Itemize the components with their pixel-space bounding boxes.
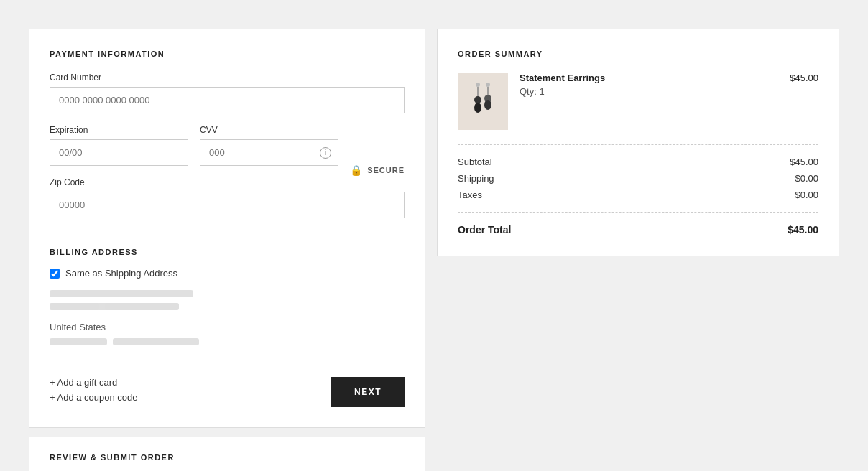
address-line-1 <box>50 290 193 297</box>
bottom-row: + Add a gift card + Add a coupon code NE… <box>50 365 405 407</box>
svg-point-7 <box>474 103 481 113</box>
product-image <box>458 73 508 130</box>
card-number-label: Card Number <box>50 73 405 83</box>
svg-point-1 <box>476 83 480 87</box>
cvv-group: CVV i <box>200 125 338 166</box>
cvv-info-icon[interactable]: i <box>320 147 331 159</box>
svg-rect-0 <box>465 76 501 126</box>
order-total-value: $45.00 <box>788 224 818 236</box>
address-line-2 <box>50 303 179 310</box>
subtotal-label: Subtotal <box>458 157 492 167</box>
svg-point-4 <box>486 83 490 87</box>
product-row: Statement Earrings Qty: 1 $45.00 <box>458 73 818 130</box>
left-column: PAYMENT INFORMATION Card Number Expirati… <box>29 29 425 471</box>
order-summary-title: ORDER SUMMARY <box>458 50 818 58</box>
shipping-row: Shipping $0.00 <box>458 173 818 184</box>
billing-title: BILLING ADDRESS <box>50 248 405 256</box>
address-zip <box>50 338 107 345</box>
same-as-shipping-label: Same as Shipping Address <box>65 268 177 279</box>
order-panel: ORDER SUMMARY <box>437 29 839 256</box>
product-name: Statement Earrings <box>520 73 778 83</box>
svg-point-3 <box>474 96 481 103</box>
product-price: $45.00 <box>790 73 818 83</box>
lock-icon: 🔒 <box>350 164 363 176</box>
order-divider-1 <box>458 144 818 145</box>
cvv-label: CVV <box>200 125 338 135</box>
expiration-input[interactable] <box>50 139 188 166</box>
cvv-wrapper: i <box>200 139 338 166</box>
expiry-cvv-row: Expiration CVV i 🔒 SECURE <box>50 125 405 177</box>
expiration-group: Expiration <box>50 125 188 166</box>
address-extra <box>113 338 199 345</box>
payment-panel: PAYMENT INFORMATION Card Number Expirati… <box>29 29 425 428</box>
product-qty: Qty: 1 <box>520 86 778 97</box>
card-number-group: Card Number <box>50 73 405 113</box>
subtotal-value: $45.00 <box>790 157 818 167</box>
expiration-label: Expiration <box>50 125 188 135</box>
address-state <box>105 303 179 310</box>
taxes-label: Taxes <box>458 190 482 200</box>
zip-code-label: Zip Code <box>50 177 405 187</box>
order-total-label: Order Total <box>458 224 511 236</box>
review-panel: REVIEW & SUBMIT ORDER <box>29 437 425 471</box>
zip-code-group: Zip Code <box>50 177 405 218</box>
blurred-address: United States <box>50 290 405 351</box>
payment-title: PAYMENT INFORMATION <box>50 50 405 58</box>
shipping-value: $0.00 <box>795 173 818 184</box>
secure-badge: 🔒 SECURE <box>350 164 405 177</box>
product-info: Statement Earrings Qty: 1 <box>520 73 778 97</box>
shipping-label: Shipping <box>458 173 494 184</box>
card-number-input[interactable] <box>50 87 405 113</box>
address-city <box>50 303 99 310</box>
earring-illustration <box>465 76 501 126</box>
country-text: United States <box>50 322 405 332</box>
same-as-shipping-checkbox[interactable] <box>50 269 60 279</box>
add-coupon-link[interactable]: + Add a coupon code <box>50 392 138 403</box>
total-row: Order Total $45.00 <box>458 212 818 236</box>
subtotal-row: Subtotal $45.00 <box>458 157 818 167</box>
review-title: REVIEW & SUBMIT ORDER <box>50 453 405 462</box>
secure-label: SECURE <box>367 166 405 174</box>
taxes-row: Taxes $0.00 <box>458 190 818 200</box>
zip-code-input[interactable] <box>50 192 405 218</box>
taxes-value: $0.00 <box>795 190 818 200</box>
section-divider <box>50 233 405 233</box>
cvv-input[interactable] <box>200 139 338 166</box>
links-section: + Add a gift card + Add a coupon code <box>50 377 138 407</box>
add-gift-card-link[interactable]: + Add a gift card <box>50 377 138 388</box>
svg-point-8 <box>484 100 491 110</box>
same-as-shipping-row: Same as Shipping Address <box>50 268 405 279</box>
next-button[interactable]: NEXT <box>331 377 405 407</box>
right-column: ORDER SUMMARY <box>437 29 839 471</box>
